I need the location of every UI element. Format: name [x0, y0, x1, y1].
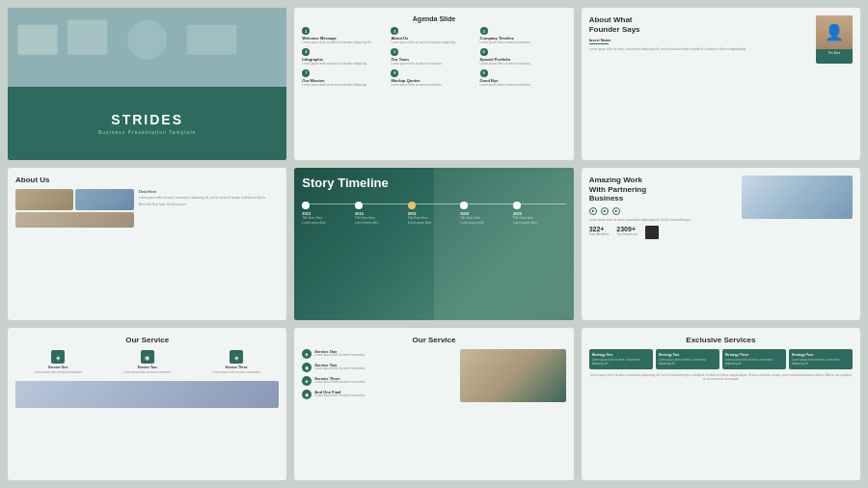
slide-agenda[interactable]: Agenda Slide 1Welcome MessageLorem ipsum…: [294, 8, 573, 160]
slide6-image: [742, 176, 853, 239]
service-desc-3: Lorem ipsum dolor sit amet consectetur: [213, 371, 260, 375]
svc-text-3: Service Three Lorem ipsum dolor sit amet…: [314, 376, 366, 385]
icon-circle-2: ●: [601, 207, 609, 215]
timeline-item-5: 2025 Title Goes Here Lorem ipsum dolor: [513, 202, 566, 226]
slide4-more-text: More Info: Key Topic, Hot Discussion: [139, 203, 279, 206]
timeline-dot-2: [355, 202, 363, 209]
slide4-content: DescHere Lorem ipsum dolor sit amet, con…: [15, 189, 279, 228]
stat2-num: 2309+: [616, 226, 637, 232]
slide3-title: About WhatFounder Says: [589, 15, 810, 34]
timeline-dot-3: [408, 202, 416, 209]
slide6-stats: 322+ Team Members 2309+ Total Headcount: [589, 226, 738, 239]
slide7-bottom-image: [15, 381, 279, 408]
agenda-item: 3Company TimelineLorem ipsum dolor sit a…: [480, 27, 566, 45]
slide-strides[interactable]: STRIDES Business Presentation Template: [8, 8, 286, 160]
svc-desc-3: Lorem ipsum dolor sit amet consectetur: [314, 381, 366, 385]
svc-text-1: Service One Lorem ipsum dolor sit amet c…: [314, 349, 366, 358]
slide4-desc: DescHere Lorem ipsum dolor sit amet, con…: [139, 189, 279, 228]
svc-desc-4: Lorem ipsum dolor sit amet consectetur: [314, 394, 366, 398]
timeline-desc-3: Lorem ipsum dolor: [408, 222, 432, 226]
agenda-item: 1Welcome MessageLorem ipsum dolor sit am…: [302, 27, 388, 45]
slide8-image: [460, 349, 565, 402]
slide4-img2: [75, 189, 134, 210]
service-icon-2: ◉: [141, 350, 154, 364]
qr-code: [645, 226, 659, 239]
slide6-desc: Lorem ipsum dolor sit amet, consectetur …: [589, 218, 738, 222]
slide3-name: Insert Name: [589, 38, 810, 42]
slide7-title: Our Service: [15, 336, 279, 344]
agenda-item: 2About UsLorem ipsum dolor sit amet cons…: [391, 27, 476, 45]
timeline-dot-4: [460, 202, 468, 209]
icon-circle-3: ●: [612, 207, 620, 215]
slide8-services-list: ◈ Service One Lorem ipsum dolor sit amet…: [302, 349, 455, 402]
agenda-item: 4InfographicLorem ipsum dolor sit amet c…: [302, 48, 388, 67]
svc-icon-1: ◈: [302, 349, 312, 359]
strategy-desc-1: Lorem ipsum dolor sit amet, consectetur …: [592, 359, 650, 366]
stat-item-1: 322+ Team Members: [589, 226, 610, 239]
slide8-main-img: [460, 349, 565, 402]
slide-story-timeline[interactable]: Story Timeline 2013 Title Goes Here Lore…: [294, 168, 573, 320]
timeline-item-3: 2019 Title Goes Here Lorem ipsum dolor: [408, 202, 461, 226]
svc-icon-4: ◉: [302, 390, 312, 399]
slide9-title: Exclusive Services: [589, 336, 853, 344]
slide-our-service-1[interactable]: Our Service ◈ Service One Lorem ipsum do…: [8, 328, 286, 480]
strategy-item-2: Strategy Two Lorem ipsum dolor sit amet,…: [656, 349, 719, 369]
slide5-title: Story Timeline: [302, 176, 565, 190]
agenda-item: 8Mockup QuotesLorem ipsum dolor sit amet…: [391, 69, 476, 88]
slide4-desc-title: DescHere: [139, 189, 279, 194]
strategy-title-4: Strategy Four: [792, 353, 850, 357]
service-name-1: Service One: [48, 366, 68, 369]
slide-exclusive-services[interactable]: Exclusive Services Strategy One Lorem ip…: [582, 328, 860, 480]
agenda-item: 9Good ByeLorem ipsum dolor sit amet cons…: [480, 69, 566, 88]
slide3-person: 👤 The Boss: [816, 15, 853, 64]
svc-item-4: ◉ And One Final Lorem ipsum dolor sit am…: [302, 390, 455, 399]
svc-item-1: ◈ Service One Lorem ipsum dolor sit amet…: [302, 349, 455, 359]
service-desc-2: Lorem ipsum dolor sit amet consectetur: [123, 371, 171, 375]
slide-about-us[interactable]: About Us DescHere Lorem ipsum dolor sit …: [8, 168, 286, 320]
slide4-img3: [15, 212, 134, 228]
slide3-content: About WhatFounder Says Insert Name Lorem…: [589, 15, 853, 152]
slide6-title: Amazing WorkWith PartneringBusiness: [589, 176, 738, 203]
slide4-images: [15, 189, 134, 228]
slide5-content: Story Timeline 2013 Title Goes Here Lore…: [294, 168, 573, 233]
stat-item-2: 2309+ Total Headcount: [616, 226, 637, 239]
service-name-2: Service Two: [138, 366, 157, 369]
strategy-item-4: Strategy Four Lorem ipsum dolor sit amet…: [789, 349, 853, 369]
stat2-label: Total Headcount: [616, 232, 637, 236]
strategy-desc-3: Lorem ipsum dolor sit amet, consectetur …: [725, 359, 783, 366]
strategy-item-1: Strategy One Lorem ipsum dolor sit amet,…: [589, 349, 653, 369]
slide-our-service-2[interactable]: Our Service ◈ Service One Lorem ipsum do…: [294, 328, 573, 480]
timeline-item-1: 2013 Title Goes Here Lorem ipsum dolor: [302, 202, 355, 226]
icon-circle-1: ●: [589, 207, 597, 215]
slide2-title: Agenda Slide: [302, 15, 565, 22]
slide8-title: Our Service: [302, 336, 565, 344]
service-desc-1: Lorem ipsum dolor sit amet consectetur: [35, 371, 82, 375]
slide1-subtitle: Business Presentation Template: [98, 129, 196, 135]
slide6-content: Amazing WorkWith PartneringBusiness ● ● …: [589, 176, 853, 239]
service-icon-3: ◈: [230, 350, 243, 364]
slide6-icons: ● ● ●: [589, 207, 738, 215]
slide-amazing-work[interactable]: Amazing WorkWith PartneringBusiness ● ● …: [582, 168, 860, 320]
svc-desc-1: Lorem ipsum dolor sit amet consectetur: [314, 354, 366, 358]
slide3-person-label: The Boss: [816, 49, 853, 57]
timeline-item-4: 2022 Title Goes Here Lorem ipsum dolor: [460, 202, 513, 226]
svc-text-4: And One Final Lorem ipsum dolor sit amet…: [314, 390, 366, 398]
strategy-title-3: Strategy Three: [725, 353, 783, 357]
service-name-3: Service Three: [226, 366, 248, 369]
svc-item-2: ◉ Service Two Lorem ipsum dolor sit amet…: [302, 363, 455, 372]
slide7-services: ◈ Service One Lorem ipsum dolor sit amet…: [15, 350, 279, 375]
agenda-item: 6Special PortfolioLorem ipsum dolor sit …: [480, 48, 566, 67]
slide4-img1: [15, 189, 73, 210]
stat1-num: 322+: [589, 226, 610, 232]
svc-item-3: ◈ Service Three Lorem ipsum dolor sit am…: [302, 376, 455, 386]
slide9-footer: Lorem ipsum dolor sit amet, consectetur …: [589, 373, 853, 381]
strategy-grid: Strategy One Lorem ipsum dolor sit amet,…: [589, 349, 853, 369]
slide1-bottom: STRIDES Business Presentation Template: [8, 87, 286, 160]
slide3-underline: [589, 43, 609, 44]
strategy-item-3: Strategy Three Lorem ipsum dolor sit ame…: [722, 349, 786, 369]
timeline-desc-2: Lorem ipsum dolor: [355, 222, 379, 226]
slide-founder[interactable]: About WhatFounder Says Insert Name Lorem…: [582, 8, 860, 160]
stat1-label: Team Members: [589, 232, 610, 236]
svc-text-2: Service Two Lorem ipsum dolor sit amet c…: [314, 363, 366, 371]
slide1-overlay: [8, 8, 286, 92]
